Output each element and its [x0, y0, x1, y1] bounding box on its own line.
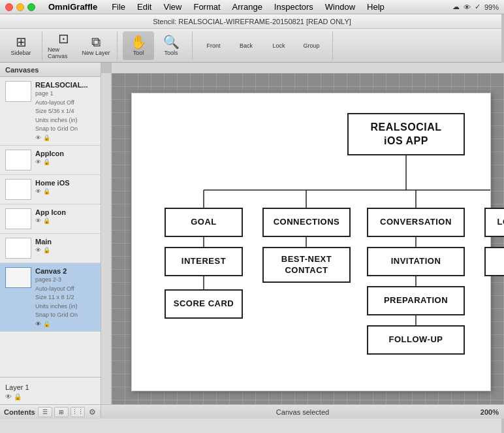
- front-button[interactable]: Front: [198, 31, 229, 60]
- back-label: Back: [240, 42, 253, 49]
- menu-file[interactable]: File: [106, 1, 131, 12]
- menu-view[interactable]: View: [158, 1, 187, 12]
- lock-icon: 🔒: [43, 135, 50, 141]
- list-view-button[interactable]: ☰: [38, 407, 52, 417]
- goal-label: GOAL: [191, 217, 217, 228]
- canvas-detail-2: Size 5/36 x 1/4: [35, 107, 95, 116]
- status-text: Canvas selected: [276, 408, 329, 416]
- canvas-item-realsocial[interactable]: REALSOCIAL... page 1 Auto-layout Off Siz…: [0, 77, 101, 146]
- sidebar: Canvases REALSOCIAL... page 1 Auto-layou…: [0, 63, 101, 419]
- canvas-info-canvas2: Canvas 2 pages 2-3 Auto-layout Off Size …: [35, 267, 95, 327]
- layer-eye-icon[interactable]: 👁: [5, 393, 12, 400]
- sidebar-label: Sidebar: [10, 50, 31, 56]
- toolbar-canvas-group: ⊡ New Canvas ⧉ New Layer: [48, 31, 118, 60]
- lock-button[interactable]: Lock: [263, 31, 294, 60]
- canvas-name-appicon2: App Icon: [35, 208, 95, 216]
- toolbar-arrange-group: Front Back Lock Group: [198, 31, 333, 60]
- vertical-ruler: [101, 73, 112, 404]
- canvas-item-homeios[interactable]: Home iOS 👁🔒: [0, 175, 101, 204]
- new-layer-button[interactable]: ⧉ New Layer: [80, 31, 112, 60]
- canvas2-icons: 👁🔒: [35, 321, 95, 327]
- new-layer-label: New Layer: [82, 50, 110, 56]
- canvas-icons-row: 👁 🔒: [35, 135, 95, 141]
- layer-section: Layer 1 👁 🔒: [0, 377, 101, 404]
- canvas-thumb-main: [5, 238, 31, 259]
- sidebar-toggle-button[interactable]: ⊞ Sidebar: [5, 31, 37, 60]
- diagram-box-interest[interactable]: INTEREST: [165, 247, 243, 276]
- check-icon: ✓: [475, 3, 480, 11]
- menu-omnigraffle[interactable]: OmniGraffle: [43, 1, 102, 12]
- layer-label: Layer 1: [5, 383, 29, 391]
- diagram-box-invitation[interactable]: INVITATION: [367, 247, 465, 276]
- minimize-button[interactable]: [16, 3, 24, 11]
- zoom-level: 200%: [480, 408, 499, 416]
- maximize-button[interactable]: [27, 3, 35, 11]
- grid-view-button[interactable]: ⊞: [54, 407, 69, 417]
- diagram-box-conversation[interactable]: CONVERSATION: [367, 208, 465, 237]
- canvas-item-main[interactable]: Main 👁🔒: [0, 234, 101, 263]
- canvas-detail-1: Auto-layout Off: [35, 99, 95, 107]
- menu-window[interactable]: Window: [320, 1, 360, 12]
- canvas-detail-3: Units inches (in): [35, 116, 95, 125]
- sidebar-bottom-bar: Contents ☰ ⊞ ⋮⋮ ⚙: [0, 404, 101, 419]
- diagram-box-best-next[interactable]: BEST-NEXTCONTACT: [262, 247, 351, 283]
- sidebar-view-icons: ☰ ⊞ ⋮⋮: [38, 407, 85, 417]
- diagram-box-goal[interactable]: GOAL: [165, 208, 243, 237]
- tools-button[interactable]: 🔍 Tools: [155, 31, 187, 60]
- menu-format[interactable]: Format: [188, 1, 225, 12]
- close-button[interactable]: [5, 3, 13, 11]
- menu-inspectors[interactable]: Inspectors: [269, 1, 319, 12]
- new-canvas-icon: ⊡: [58, 32, 69, 45]
- diagram-root-box: REALSOCIALiOS APP: [347, 113, 465, 155]
- canvas-item-canvas2[interactable]: Canvas 2 pages 2-3 Auto-layout Off Size …: [0, 263, 101, 332]
- canvas-info-main: Main 👁🔒: [35, 238, 95, 253]
- contents-label: Contents: [4, 408, 35, 416]
- toolbar-sidebar-group: ⊞ Sidebar: [5, 31, 42, 60]
- diagram-box-venue[interactable]: VENUE: [484, 247, 504, 276]
- appicon-icons: 👁🔒: [35, 159, 95, 165]
- eye-visible-icon: 👁: [35, 135, 41, 141]
- canvas-detail-4: Snap to Grid On: [35, 125, 95, 133]
- main-layout: Canvases REALSOCIAL... page 1 Auto-layou…: [0, 63, 504, 419]
- diagram-box-preparation[interactable]: PREPARATION: [367, 286, 465, 315]
- layer-lock-icon[interactable]: 🔒: [14, 393, 22, 400]
- followup-label: FOLLOW-UP: [389, 334, 443, 345]
- menu-help[interactable]: Help: [362, 1, 390, 12]
- tool-icon: ✋: [131, 35, 147, 48]
- menu-arrange[interactable]: Arrange: [227, 1, 268, 12]
- conversation-label: CONVERSATION: [380, 217, 452, 228]
- window-title: Stencil: REALSOCIAL-WIREFRAME-20150821 […: [153, 18, 351, 25]
- detail-view-button[interactable]: ⋮⋮: [71, 407, 85, 417]
- tools-label: Tools: [164, 50, 178, 56]
- canvas-name-main: Main: [35, 238, 95, 246]
- diagram-box-scorecard[interactable]: SCORE CARD: [165, 289, 243, 319]
- layer-item[interactable]: Layer 1: [5, 381, 95, 393]
- canvas-item-appicon2[interactable]: App Icon 👁🔒: [0, 204, 101, 234]
- canvas-item-appicon[interactable]: AppIcon 👁🔒: [0, 146, 101, 175]
- canvas-page: page 1: [35, 89, 95, 98]
- diagram-box-location[interactable]: LOCATION: [484, 208, 504, 237]
- toolbar: ⊞ Sidebar ⊡ New Canvas ⧉ New Layer ✋ Too…: [0, 29, 504, 63]
- canvases-label: Canvases: [5, 66, 39, 74]
- group-label: Group: [303, 42, 319, 49]
- menu-edit[interactable]: Edit: [132, 1, 157, 12]
- canvas-area[interactable]: REALSOCIALiOS APP GOAL CONNECTIONS CONVE…: [112, 73, 504, 404]
- statusbar: Canvas selected 200%: [101, 404, 504, 419]
- invitation-label: INVITATION: [391, 256, 441, 267]
- diagram-box-followup[interactable]: FOLLOW-UP: [367, 325, 465, 355]
- traffic-lights: [5, 3, 35, 11]
- gear-icon[interactable]: ⚙: [87, 407, 98, 417]
- tools-icon: 🔍: [163, 35, 180, 48]
- group-button[interactable]: Group: [296, 31, 327, 60]
- back-button[interactable]: Back: [230, 31, 262, 60]
- location-label: LOCATION: [497, 217, 504, 228]
- canvas2-detail-2: Size 11 x 8 1/2: [35, 293, 95, 302]
- diagram-box-connections[interactable]: CONNECTIONS: [262, 208, 351, 237]
- ruler-horizontal: [112, 63, 504, 73]
- lock-label: Lock: [272, 42, 285, 49]
- new-canvas-button[interactable]: ⊡ New Canvas: [48, 31, 79, 60]
- canvas2-detail-3: Units inches (in): [35, 302, 95, 311]
- tool-button[interactable]: ✋ Tool: [123, 31, 154, 60]
- canvas-info-appicon: AppIcon 👁🔒: [35, 150, 95, 165]
- canvases-list[interactable]: REALSOCIAL... page 1 Auto-layout Off Siz…: [0, 77, 101, 377]
